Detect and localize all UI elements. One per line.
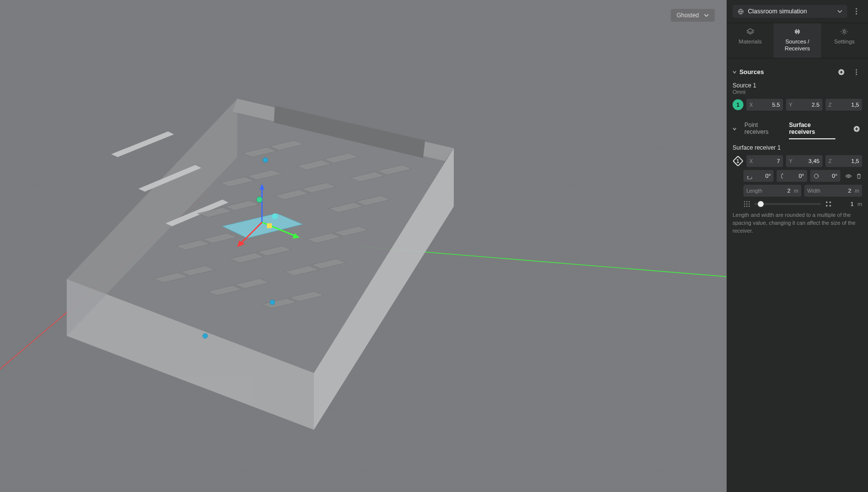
svg-point-62 bbox=[856, 74, 857, 75]
spacing-slider-row: 1 m bbox=[733, 201, 862, 207]
rotate-y-icon bbox=[780, 173, 786, 179]
svg-point-56 bbox=[856, 11, 857, 12]
visibility-toggle[interactable] bbox=[845, 173, 852, 179]
display-mode-label: Ghosted bbox=[677, 12, 699, 19]
source-name: Source 1 bbox=[733, 82, 862, 89]
svg-point-74 bbox=[749, 206, 750, 207]
slider-thumb[interactable] bbox=[758, 201, 764, 207]
source-z-field[interactable]: Z 1,5 bbox=[825, 99, 862, 111]
svg-point-69 bbox=[744, 204, 745, 205]
receiver-y-field[interactable]: Y 3,45 bbox=[786, 155, 823, 167]
plus-circle-icon bbox=[838, 69, 845, 76]
svg-point-60 bbox=[856, 69, 857, 70]
spacing-unit: m bbox=[858, 201, 862, 207]
delete-receiver-button[interactable] bbox=[856, 173, 862, 179]
svg-point-68 bbox=[749, 201, 750, 202]
source-item[interactable]: Source 1 Omni 1 X 5.5 Y 2.5 Z 1,5 bbox=[733, 82, 862, 111]
svg-point-58 bbox=[843, 31, 845, 33]
receiver-width-field[interactable]: Width 2 m bbox=[804, 185, 862, 197]
panel-tabs: Materials Sources / Receivers Settings bbox=[727, 23, 868, 58]
receiver-rot-y-field[interactable]: 0° bbox=[777, 170, 807, 182]
sources-more-button[interactable] bbox=[850, 66, 862, 78]
chevron-down-icon bbox=[704, 13, 709, 18]
svg-point-66 bbox=[744, 201, 745, 202]
layers-icon bbox=[746, 28, 754, 35]
simulation-select[interactable]: Classroom simulation bbox=[733, 5, 847, 18]
receiver-name: Surface receiver 1 bbox=[733, 144, 781, 151]
spacing-value: 1 bbox=[836, 201, 854, 207]
add-source-button[interactable] bbox=[835, 66, 847, 78]
tab-label: Sources / Receivers bbox=[784, 39, 810, 51]
add-receiver-button[interactable] bbox=[851, 123, 862, 135]
svg-point-71 bbox=[749, 204, 750, 205]
svg-point-49 bbox=[272, 213, 278, 219]
receiver-rot-x-field[interactable]: 0° bbox=[743, 170, 774, 182]
more-menu-button[interactable] bbox=[850, 5, 862, 17]
receiver-z-field[interactable]: Z 1,5 bbox=[825, 155, 862, 167]
source-y-field[interactable]: Y 2.5 bbox=[786, 99, 823, 111]
svg-point-65 bbox=[848, 175, 849, 176]
disclosure-toggle[interactable] bbox=[733, 70, 737, 74]
svg-rect-48 bbox=[267, 223, 272, 228]
display-mode-dropdown[interactable]: Ghosted bbox=[671, 9, 715, 22]
plus-circle-icon bbox=[853, 125, 860, 132]
tab-label: Materials bbox=[738, 39, 762, 44]
simulation-name: Classroom simulation bbox=[748, 8, 833, 15]
trash-icon bbox=[856, 173, 862, 179]
svg-point-50 bbox=[263, 158, 268, 163]
tab-settings[interactable]: Settings bbox=[821, 23, 868, 58]
scene-render bbox=[0, 0, 727, 492]
chevron-down-icon bbox=[837, 9, 842, 14]
globe-icon bbox=[738, 8, 744, 15]
kebab-icon bbox=[856, 8, 857, 15]
svg-point-53 bbox=[257, 197, 262, 203]
section-title: Sources bbox=[739, 69, 832, 76]
receiver-subtabs: Point receivers Surface receivers bbox=[733, 119, 862, 139]
subtab-point-receivers[interactable]: Point receivers bbox=[744, 119, 781, 139]
source-badge[interactable]: 1 bbox=[733, 99, 743, 110]
spacing-hint: Length and width are rounded to a multip… bbox=[733, 211, 862, 235]
receiver-x-field[interactable]: X 7 bbox=[746, 155, 783, 167]
side-panel: Classroom simulation Materials Sources /… bbox=[727, 0, 868, 492]
rotate-z-icon bbox=[813, 173, 820, 179]
svg-point-73 bbox=[746, 206, 747, 207]
tab-label: Settings bbox=[834, 39, 855, 44]
rotate-x-icon bbox=[746, 173, 753, 179]
svg-point-67 bbox=[746, 201, 747, 202]
spacing-slider[interactable] bbox=[754, 203, 821, 205]
panel-body: Sources Source 1 Omni 1 X 5.5 Y 2.5 bbox=[727, 58, 868, 492]
eye-icon bbox=[845, 173, 852, 179]
svg-point-72 bbox=[744, 206, 745, 207]
svg-point-55 bbox=[856, 8, 857, 10]
grid-coarse-icon bbox=[825, 201, 832, 207]
panel-header: Classroom simulation bbox=[727, 0, 868, 23]
svg-point-78 bbox=[829, 205, 831, 206]
receiver-rot-z-field[interactable]: 0° bbox=[810, 170, 840, 182]
gear-icon bbox=[840, 28, 848, 35]
kebab-icon bbox=[856, 69, 857, 75]
source-x-field[interactable]: X 5.5 bbox=[746, 99, 783, 111]
svg-point-76 bbox=[829, 202, 831, 203]
receiver-badge[interactable]: 1 bbox=[733, 156, 743, 166]
svg-point-51 bbox=[270, 300, 275, 305]
svg-point-77 bbox=[826, 205, 827, 206]
svg-point-57 bbox=[856, 13, 857, 15]
svg-point-75 bbox=[826, 202, 827, 203]
tab-materials[interactable]: Materials bbox=[727, 23, 774, 58]
svg-point-70 bbox=[746, 204, 747, 205]
tab-sources-receivers[interactable]: Sources / Receivers bbox=[774, 23, 821, 58]
source-type: Omni bbox=[733, 89, 862, 95]
sources-section-header: Sources bbox=[733, 66, 862, 78]
grid-fine-icon bbox=[743, 201, 750, 207]
waveform-icon bbox=[793, 28, 801, 35]
disclosure-toggle[interactable] bbox=[733, 127, 737, 131]
receiver-length-field[interactable]: Length 2 m bbox=[743, 185, 801, 197]
subtab-surface-receivers[interactable]: Surface receivers bbox=[789, 119, 835, 139]
svg-point-52 bbox=[203, 333, 208, 338]
surface-receiver-item[interactable]: Surface receiver 1 1 X 7 Y 3,45 Z 1,5 bbox=[733, 144, 862, 235]
viewport-3d[interactable]: Ghosted bbox=[0, 0, 727, 492]
svg-point-61 bbox=[856, 72, 857, 73]
